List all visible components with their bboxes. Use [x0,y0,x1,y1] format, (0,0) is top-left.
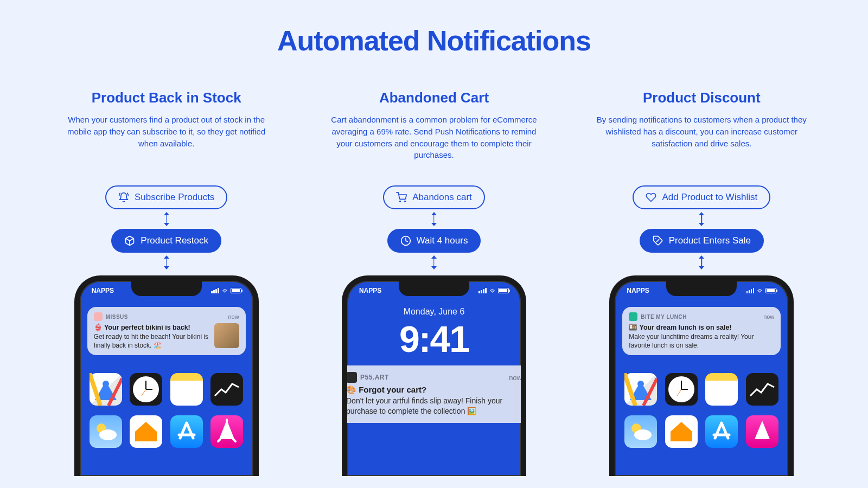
flow-arrow [166,213,167,226]
phone-mockup: NAPPS MISSUS now [74,275,259,476]
wifi-icon [756,288,763,293]
wifi-icon [489,288,496,293]
flow-arrow [701,256,702,269]
home-app-grid [90,373,244,448]
notification-card: BITE MY LUNCH now 🍱 Your dream lunch is … [622,307,781,355]
pill-label: Subscribe Products [135,192,214,203]
svg-line-13 [656,240,659,242]
lock-date: Monday, June 6 [347,307,521,317]
notif-app-name: P55.ART [360,374,506,381]
battery-icon [231,288,241,293]
maps-app-icon [90,373,122,406]
signal-icon [746,288,755,293]
stocks-app-icon [210,373,243,406]
weather-app-icon [90,415,122,448]
notif-message: Make your lunchtime dreams a reality! Yo… [629,332,774,350]
box-icon [124,235,135,246]
svg-point-1 [103,381,109,387]
notif-app-icon [629,312,637,321]
flow-arrow [433,256,435,269]
notif-title: 👙 Your perfect bikini is back! [94,323,210,331]
col-description: Cart abandonment is a common problem for… [326,114,542,163]
notif-time: now [509,374,522,382]
notes-app-icon [705,373,738,406]
home-app-grid [624,373,778,448]
stocks-app-icon [746,373,778,406]
svg-point-9 [400,201,401,202]
battery-icon [765,288,776,293]
pill-label: Product Enters Sale [669,235,751,246]
maps-app-icon [624,373,657,406]
svg-point-20 [634,429,652,440]
notif-time: now [228,313,239,320]
col-product-discount: Product Discount By sending notification… [579,89,825,476]
phone-notch [131,281,202,296]
pill-label: Abandons cart [412,192,472,203]
col-heading: Product Discount [643,89,761,106]
battery-icon [498,288,509,293]
carrier-label: NAPPS [627,287,649,294]
notif-message: Get ready to hit the beach! Your bikini … [94,332,210,350]
product-restock-pill: Product Restock [111,229,221,253]
notif-app-icon [346,372,357,383]
wishlist-pill: Add Product to Wishlist [633,185,770,209]
abandons-cart-pill: Abandons cart [383,185,485,209]
col-heading: Abandoned Cart [379,89,489,106]
clock-icon [400,235,411,246]
home-app-icon [130,415,162,448]
page-title: Automated Notifications [43,24,825,57]
notif-app-name: BITE MY LUNCH [641,314,760,320]
pill-label: Wait 4 hours [417,235,468,246]
subscribe-products-pill: Subscribe Products [105,185,227,209]
col-abandoned-cart: Abandoned Cart Cart abandonment is a com… [311,89,557,476]
col-heading: Product Back in Stock [92,89,241,106]
svg-marker-21 [755,421,770,439]
notif-app-icon [94,312,103,321]
pill-label: Add Product to Wishlist [662,192,757,203]
col-back-in-stock: Product Back in Stock When your customer… [43,89,289,476]
notif-title: 🍱 Your dream lunch is on sale! [629,323,774,331]
signal-icon [211,288,219,293]
phone-mockup: NAPPS BITE MY LUNCH now 🍱 [609,275,794,476]
notification-card: MISSUS now 👙 Your perfect bikini is back… [87,307,246,355]
appstore-app-icon [170,415,203,448]
bell-icon [118,192,129,203]
svg-point-14 [637,381,644,387]
flow-arrow [166,256,167,269]
signal-icon [478,288,487,293]
svg-point-7 [99,429,117,440]
home-app-icon [665,415,698,448]
flow-arrow [433,213,435,226]
phone-mockup: NAPPS Monday, June 6 9:41 P55.ART [342,275,526,476]
wait-pill: Wait 4 hours [387,229,481,253]
notif-time: now [763,313,774,320]
clock-app-icon [665,373,698,406]
cart-icon [396,192,407,203]
lock-time: 9:41 [347,318,521,360]
itunes-app-icon [210,415,243,448]
weather-app-icon [624,415,657,448]
carrier-label: NAPPS [92,287,114,294]
itunes-app-icon [746,415,778,448]
tag-icon [653,235,663,246]
notes-app-icon [170,373,203,406]
enters-sale-pill: Product Enters Sale [640,229,764,253]
svg-marker-8 [220,420,233,439]
carrier-label: NAPPS [359,287,381,294]
pill-label: Product Restock [141,235,208,246]
phone-notch [399,281,469,296]
notif-message: Don't let your artful finds slip away! F… [346,396,522,416]
appstore-app-icon [705,415,738,448]
columns-row: Product Back in Stock When your customer… [43,89,825,476]
notif-title: 🎨 Forgot your cart? [346,385,522,395]
notif-app-name: MISSUS [106,314,225,320]
svg-point-10 [405,201,406,202]
phone-notch [666,281,737,296]
col-description: When your customers find a product out o… [58,114,275,163]
flow-arrow [701,213,702,226]
heart-icon [646,192,656,203]
clock-app-icon [130,373,162,406]
col-description: By sending notifications to customers wh… [593,114,810,163]
notification-card: P55.ART now 🎨 Forgot your cart? Don't le… [342,365,526,423]
wifi-icon [221,288,228,293]
